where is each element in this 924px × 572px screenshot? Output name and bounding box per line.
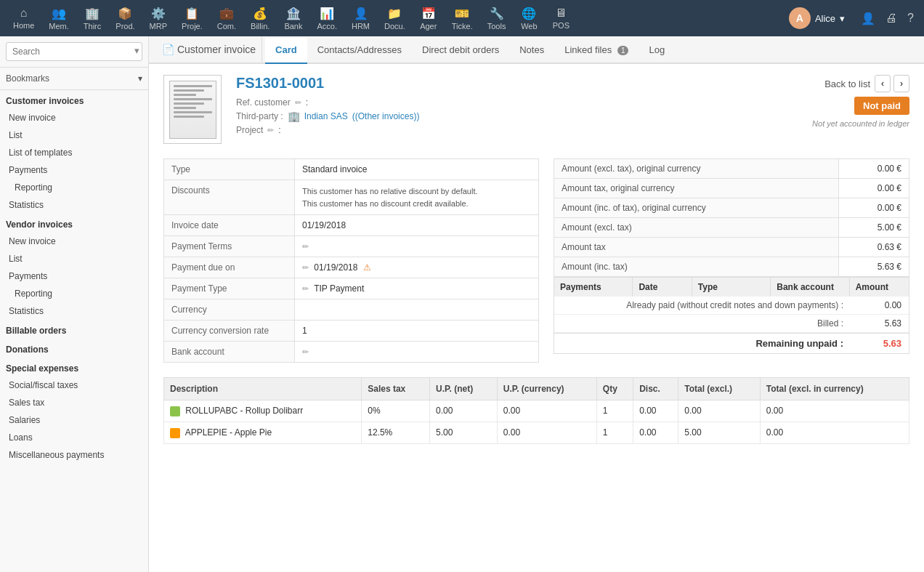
nav-web[interactable]: 🌐Web <box>514 4 543 33</box>
third-party-name[interactable]: Indian SAS <box>304 111 348 121</box>
tabs-bar: 📄 Customer invoice Card Contacts/Address… <box>149 36 924 64</box>
sidebar-item-sales-tax[interactable]: Sales tax <box>0 394 148 411</box>
sidebar-item-vendor-statistics[interactable]: Statistics <box>0 302 148 320</box>
tab-contacts[interactable]: Contacts/Addresses <box>307 37 412 64</box>
sidebar-item-salaries[interactable]: Salaries <box>0 411 148 429</box>
nav-bank[interactable]: 🏦Bank <box>278 4 308 33</box>
remaining-label: Remaining unpaid : <box>755 338 843 349</box>
payment-type-edit-icon[interactable]: ✏ <box>302 284 309 293</box>
add-user-icon[interactable]: 👤 <box>858 9 878 28</box>
back-to-list[interactable]: Back to list ‹ › <box>824 75 909 92</box>
user-menu[interactable]: A Alice ▾ <box>783 4 851 32</box>
sidebar-item-list[interactable]: List <box>0 126 148 144</box>
sidebar-item-vendor-reporting[interactable]: Reporting <box>0 285 148 302</box>
sidebar-item-loans[interactable]: Loans <box>0 429 148 446</box>
project-edit-icon[interactable]: ✏ <box>267 126 274 135</box>
bank-account-edit-icon[interactable]: ✏ <box>302 347 309 356</box>
billed-row: Billed : 5.63 <box>554 315 909 333</box>
other-invoices-link[interactable]: ((Other invoices)) <box>352 111 420 121</box>
nav-tickets[interactable]: 🎫Ticke. <box>446 4 479 33</box>
sidebar-item-misc-payments[interactable]: Miscellaneous payments <box>0 446 148 464</box>
status-badge: Not paid <box>854 97 909 115</box>
amount-row-0: Amount (excl. tax), original currency 0.… <box>554 159 909 179</box>
billed-value: 5.63 <box>858 318 901 329</box>
nav-commercial[interactable]: 💼Com. <box>211 4 242 33</box>
type-label: Type <box>164 159 295 180</box>
amount-row-3: Amount (excl. tax) 5.00 € <box>554 218 909 238</box>
help-icon[interactable]: ? <box>904 9 917 28</box>
sidebar-item-social-fiscal[interactable]: Social/fiscal taxes <box>0 376 148 394</box>
already-paid-label: Already paid (without credit notes and d… <box>626 300 843 310</box>
remaining-value: 5.63 <box>858 338 901 349</box>
nav-home[interactable]: ⌂Home <box>7 4 40 33</box>
line-item-1-up-net: 5.00 <box>430 422 498 443</box>
bookmarks-section[interactable]: Bookmarks ▾ <box>0 68 148 90</box>
payment-due-edit-icon[interactable]: ✏ <box>302 263 309 272</box>
project-label: Project <box>236 125 263 135</box>
section-billable-orders: Billable orders <box>0 320 148 339</box>
payment-terms-edit-icon[interactable]: ✏ <box>302 242 309 251</box>
already-paid-row: Already paid (without credit notes and d… <box>554 297 909 315</box>
nav-projects[interactable]: 📋Proje. <box>176 4 208 33</box>
line-item-1-tax: 12.5% <box>362 422 430 443</box>
field-currency-rate: Currency conversion rate 1 <box>164 321 539 342</box>
sidebar-item-list-of-templates[interactable]: List of templates <box>0 144 148 161</box>
main-content: 📄 Customer invoice Card Contacts/Address… <box>149 36 924 572</box>
nav-accounting[interactable]: 📊Acco. <box>311 4 343 33</box>
nav-billing[interactable]: 💰Billin. <box>245 4 275 33</box>
invoice-meta: FS1301-0001 Ref. customer ✏ : Third-part… <box>236 75 798 138</box>
nav-agenda[interactable]: 📅Ager <box>414 4 443 33</box>
user-avatar: A <box>789 7 811 29</box>
payment-type-value: ✏ TIP Payment <box>295 278 539 299</box>
nav-pos[interactable]: 🖥POS <box>546 4 575 33</box>
ref-customer-edit-icon[interactable]: ✏ <box>295 98 301 108</box>
nav-tools[interactable]: 🔧Tools <box>482 4 512 33</box>
prev-arrow[interactable]: ‹ <box>875 75 891 92</box>
sidebar-item-reporting[interactable]: Reporting <box>0 179 148 196</box>
nav-products[interactable]: 📦Prod. <box>110 4 140 33</box>
line-item-1-up-currency: 0.00 <box>497 422 596 443</box>
sidebar-item-statistics[interactable]: Statistics <box>0 196 148 214</box>
doc-type-icon: 📄 Customer invoice <box>156 36 262 63</box>
sidebar-item-vendor-list[interactable]: List <box>0 250 148 267</box>
ref-customer-colon: : <box>306 97 308 108</box>
tab-direct-debit[interactable]: Direct debit orders <box>412 37 509 64</box>
currency-value <box>295 299 539 321</box>
payment-due-label: Payment due on <box>164 257 295 278</box>
field-discounts: Discounts This customer has no relative … <box>164 180 539 215</box>
search-input[interactable] <box>6 42 142 61</box>
bookmarks-chevron-icon: ▾ <box>138 73 142 84</box>
tab-log[interactable]: Log <box>639 37 675 64</box>
tab-notes[interactable]: Notes <box>509 37 554 64</box>
sidebar-item-vendor-new-invoice[interactable]: New invoice <box>0 233 148 250</box>
discounts-text: This customer has no relative discount b… <box>302 185 531 209</box>
col-up-currency: U.P. (currency) <box>497 378 596 400</box>
line-item-1-desc: APPLEPIE - Apple Pie <box>164 422 362 443</box>
nav-documents[interactable]: 📁Docu. <box>378 4 411 33</box>
section-vendor-invoices: Vendor invoices <box>0 214 148 233</box>
tab-linked-files[interactable]: Linked files 1 <box>554 37 639 64</box>
project-row: Project ✏ : <box>236 125 798 135</box>
discounts-value: This customer has no relative discount b… <box>295 180 539 215</box>
nav-hrm[interactable]: 👤HRM <box>346 4 376 33</box>
sidebar-item-new-invoice[interactable]: New invoice <box>0 109 148 126</box>
nav-mrp[interactable]: ⚙️MRP <box>144 4 173 33</box>
search-dropdown-icon[interactable]: ▾ <box>134 45 139 56</box>
amount-label-1: Amount tax, original currency <box>554 179 839 198</box>
sidebar-item-payments[interactable]: Payments <box>0 161 148 179</box>
amounts-table: Amount (excl. tax), original currency 0.… <box>554 158 909 277</box>
next-arrow[interactable]: › <box>893 75 909 92</box>
nav-third[interactable]: 🏢Thirc <box>78 4 107 33</box>
ledger-note: Not yet accounted in ledger <box>812 119 909 128</box>
amount-row-2: Amount (inc. of tax), original currency … <box>554 198 909 218</box>
tab-card[interactable]: Card <box>265 37 307 64</box>
sidebar-item-vendor-payments[interactable]: Payments <box>0 267 148 285</box>
col-qty: Qty <box>596 378 633 400</box>
field-bank-account: Bank account ✏ <box>164 342 539 363</box>
nav-actions: 👤 🖨 ? <box>858 9 917 28</box>
nav-members[interactable]: 👥Mem. <box>43 4 75 33</box>
type-value: Standard invoice <box>295 159 539 180</box>
print-icon[interactable]: 🖨 <box>883 9 900 28</box>
payments-table-header: Payments Date Type Bank account Amount <box>554 277 909 297</box>
amount-label-2: Amount (inc. of tax), original currency <box>554 198 839 218</box>
